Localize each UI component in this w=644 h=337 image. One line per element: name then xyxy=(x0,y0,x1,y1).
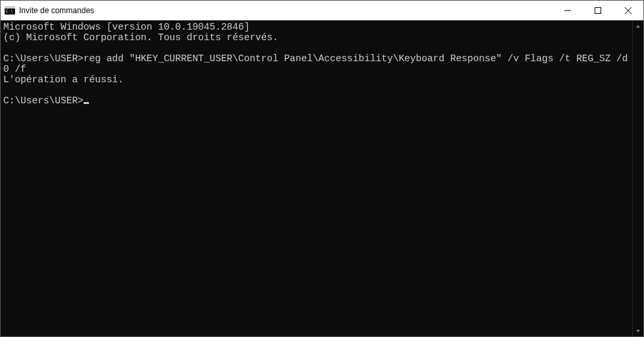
terminal-area: Microsoft Windows [version 10.0.19045.28… xyxy=(1,20,643,336)
output-line: (c) Microsoft Corporation. Tous droits r… xyxy=(3,32,279,43)
titlebar[interactable]: C:\ Invite de commandes xyxy=(1,1,643,20)
svg-text:C:\: C:\ xyxy=(6,9,13,13)
cursor xyxy=(84,102,89,104)
output-line: Microsoft Windows [version 10.0.19045.28… xyxy=(3,22,250,32)
svg-marker-8 xyxy=(636,330,640,332)
scroll-up-arrow-icon[interactable] xyxy=(633,20,643,32)
terminal-output[interactable]: Microsoft Windows [version 10.0.19045.28… xyxy=(1,20,632,336)
cmd-icon: C:\ xyxy=(5,5,15,16)
svg-marker-7 xyxy=(636,25,640,28)
prompt: C:\Users\USER> xyxy=(3,95,84,106)
command-text: reg add "HKEY_CURRENT_USER\Control Panel… xyxy=(3,53,633,74)
window-title: Invite de commandes xyxy=(19,6,94,15)
svg-rect-4 xyxy=(595,7,601,13)
title-left: C:\ Invite de commandes xyxy=(1,5,552,16)
prompt: C:\Users\USER> xyxy=(3,53,84,64)
close-button[interactable] xyxy=(613,1,643,20)
scroll-down-arrow-icon[interactable] xyxy=(633,325,643,336)
vertical-scrollbar[interactable] xyxy=(632,20,643,336)
maximize-button[interactable] xyxy=(583,1,613,20)
output-line: L'opération a réussi. xyxy=(3,74,124,85)
minimize-button[interactable] xyxy=(552,1,583,20)
window-controls xyxy=(552,1,643,20)
